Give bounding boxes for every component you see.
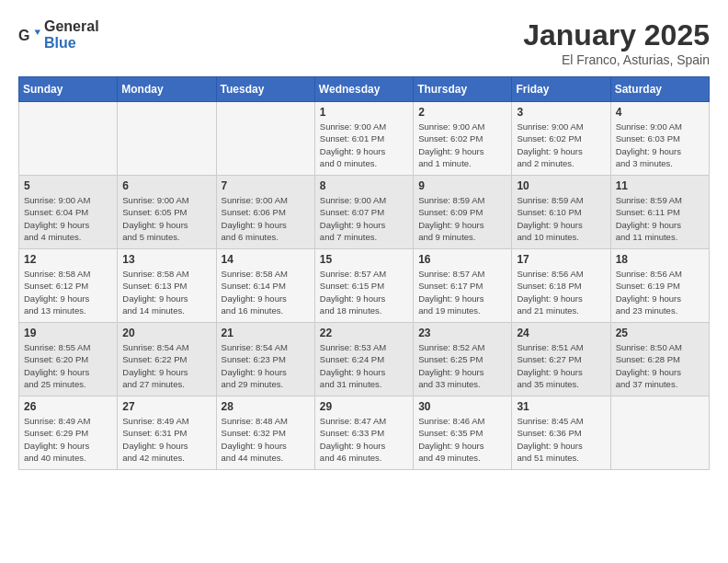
calendar-cell <box>610 396 709 470</box>
header-row: SundayMondayTuesdayWednesdayThursdayFrid… <box>19 77 710 102</box>
day-number: 8 <box>320 179 408 192</box>
calendar-week-row: 1Sunrise: 9:00 AM Sunset: 6:01 PM Daylig… <box>19 102 710 176</box>
calendar-header: SundayMondayTuesdayWednesdayThursdayFrid… <box>19 77 710 102</box>
day-info: Sunrise: 8:51 AM Sunset: 6:27 PM Dayligh… <box>517 341 605 390</box>
logo: G General Blue <box>18 18 99 51</box>
calendar-cell: 18Sunrise: 8:56 AM Sunset: 6:19 PM Dayli… <box>610 249 709 323</box>
day-info: Sunrise: 9:00 AM Sunset: 6:02 PM Dayligh… <box>418 121 506 169</box>
day-info: Sunrise: 8:58 AM Sunset: 6:13 PM Dayligh… <box>122 268 210 316</box>
svg-text:G: G <box>18 27 29 42</box>
calendar-cell <box>216 102 314 176</box>
calendar-cell: 6Sunrise: 9:00 AM Sunset: 6:05 PM Daylig… <box>118 176 216 249</box>
weekday-header: Friday <box>512 77 610 102</box>
day-number: 26 <box>24 400 112 413</box>
day-info: Sunrise: 8:53 AM Sunset: 6:24 PM Dayligh… <box>320 341 408 390</box>
logo-text: General Blue <box>44 18 99 51</box>
calendar-cell: 2Sunrise: 9:00 AM Sunset: 6:02 PM Daylig… <box>414 102 512 176</box>
day-number: 12 <box>24 253 112 266</box>
day-number: 13 <box>122 253 210 266</box>
calendar-cell: 8Sunrise: 9:00 AM Sunset: 6:07 PM Daylig… <box>314 176 413 249</box>
day-number: 10 <box>517 179 605 192</box>
calendar-cell: 4Sunrise: 9:00 AM Sunset: 6:03 PM Daylig… <box>610 102 709 176</box>
day-info: Sunrise: 8:52 AM Sunset: 6:25 PM Dayligh… <box>418 341 506 390</box>
day-info: Sunrise: 9:00 AM Sunset: 6:05 PM Dayligh… <box>122 194 210 243</box>
calendar-cell: 20Sunrise: 8:54 AM Sunset: 6:22 PM Dayli… <box>118 323 216 396</box>
day-info: Sunrise: 8:57 AM Sunset: 6:17 PM Dayligh… <box>418 268 506 316</box>
calendar-table: SundayMondayTuesdayWednesdayThursdayFrid… <box>18 76 710 470</box>
calendar-cell: 10Sunrise: 8:59 AM Sunset: 6:10 PM Dayli… <box>512 176 610 249</box>
weekday-header: Wednesday <box>314 77 413 102</box>
calendar-week-row: 26Sunrise: 8:49 AM Sunset: 6:29 PM Dayli… <box>19 396 710 470</box>
day-number: 6 <box>122 179 210 192</box>
calendar-cell: 19Sunrise: 8:55 AM Sunset: 6:20 PM Dayli… <box>19 323 118 396</box>
day-number: 14 <box>222 253 310 266</box>
day-number: 25 <box>616 327 704 339</box>
calendar-week-row: 12Sunrise: 8:58 AM Sunset: 6:12 PM Dayli… <box>19 249 710 323</box>
calendar-cell: 27Sunrise: 8:49 AM Sunset: 6:31 PM Dayli… <box>118 396 216 470</box>
day-number: 4 <box>616 106 704 119</box>
day-info: Sunrise: 8:58 AM Sunset: 6:12 PM Dayligh… <box>24 268 112 316</box>
day-number: 2 <box>418 106 506 119</box>
calendar-cell: 1Sunrise: 9:00 AM Sunset: 6:01 PM Daylig… <box>314 102 413 176</box>
day-info: Sunrise: 8:47 AM Sunset: 6:33 PM Dayligh… <box>320 415 408 464</box>
day-info: Sunrise: 9:00 AM Sunset: 6:06 PM Dayligh… <box>222 194 310 243</box>
calendar-week-row: 5Sunrise: 9:00 AM Sunset: 6:04 PM Daylig… <box>19 176 710 249</box>
day-number: 5 <box>24 179 112 192</box>
day-number: 28 <box>222 400 310 413</box>
month-title: January 2025 <box>523 18 710 52</box>
day-info: Sunrise: 8:45 AM Sunset: 6:36 PM Dayligh… <box>517 415 605 464</box>
title-section: January 2025 El Franco, Asturias, Spain <box>523 18 710 67</box>
day-info: Sunrise: 9:00 AM Sunset: 6:02 PM Dayligh… <box>517 121 605 169</box>
calendar-cell: 12Sunrise: 8:58 AM Sunset: 6:12 PM Dayli… <box>19 249 118 323</box>
weekday-header: Tuesday <box>216 77 314 102</box>
day-number: 9 <box>418 179 506 192</box>
calendar-cell: 9Sunrise: 8:59 AM Sunset: 6:09 PM Daylig… <box>414 176 512 249</box>
day-info: Sunrise: 8:54 AM Sunset: 6:23 PM Dayligh… <box>222 341 310 390</box>
day-number: 16 <box>418 253 506 266</box>
logo-blue: Blue <box>44 35 99 52</box>
day-info: Sunrise: 8:59 AM Sunset: 6:11 PM Dayligh… <box>616 194 704 243</box>
day-number: 20 <box>122 327 210 339</box>
day-number: 1 <box>320 106 408 119</box>
day-info: Sunrise: 8:49 AM Sunset: 6:29 PM Dayligh… <box>24 415 112 464</box>
day-info: Sunrise: 8:55 AM Sunset: 6:20 PM Dayligh… <box>24 341 112 390</box>
logo-icon: G <box>18 24 40 46</box>
logo-general: General <box>44 18 99 35</box>
day-number: 27 <box>122 400 210 413</box>
calendar-cell: 7Sunrise: 9:00 AM Sunset: 6:06 PM Daylig… <box>216 176 314 249</box>
day-number: 31 <box>517 400 605 413</box>
page-header: G General Blue January 2025 El Franco, A… <box>18 18 710 67</box>
calendar-cell: 5Sunrise: 9:00 AM Sunset: 6:04 PM Daylig… <box>19 176 118 249</box>
day-number: 17 <box>517 253 605 266</box>
calendar-cell: 15Sunrise: 8:57 AM Sunset: 6:15 PM Dayli… <box>314 249 413 323</box>
day-info: Sunrise: 9:00 AM Sunset: 6:03 PM Dayligh… <box>616 121 704 169</box>
day-info: Sunrise: 9:00 AM Sunset: 6:04 PM Dayligh… <box>24 194 112 243</box>
day-info: Sunrise: 8:59 AM Sunset: 6:10 PM Dayligh… <box>517 194 605 243</box>
day-number: 30 <box>418 400 506 413</box>
day-info: Sunrise: 8:54 AM Sunset: 6:22 PM Dayligh… <box>122 341 210 390</box>
calendar-cell: 26Sunrise: 8:49 AM Sunset: 6:29 PM Dayli… <box>19 396 118 470</box>
location: El Franco, Asturias, Spain <box>523 52 710 67</box>
calendar-cell: 25Sunrise: 8:50 AM Sunset: 6:28 PM Dayli… <box>610 323 709 396</box>
svg-marker-1 <box>35 29 40 35</box>
day-info: Sunrise: 8:46 AM Sunset: 6:35 PM Dayligh… <box>418 415 506 464</box>
calendar-cell: 28Sunrise: 8:48 AM Sunset: 6:32 PM Dayli… <box>216 396 314 470</box>
calendar-cell: 13Sunrise: 8:58 AM Sunset: 6:13 PM Dayli… <box>118 249 216 323</box>
calendar-cell <box>118 102 216 176</box>
calendar-week-row: 19Sunrise: 8:55 AM Sunset: 6:20 PM Dayli… <box>19 323 710 396</box>
day-number: 18 <box>616 253 704 266</box>
calendar-cell: 17Sunrise: 8:56 AM Sunset: 6:18 PM Dayli… <box>512 249 610 323</box>
calendar-cell: 29Sunrise: 8:47 AM Sunset: 6:33 PM Dayli… <box>314 396 413 470</box>
day-number: 29 <box>320 400 408 413</box>
calendar-cell: 16Sunrise: 8:57 AM Sunset: 6:17 PM Dayli… <box>414 249 512 323</box>
weekday-header: Saturday <box>610 77 709 102</box>
day-number: 23 <box>418 327 506 339</box>
day-number: 15 <box>320 253 408 266</box>
calendar-cell: 3Sunrise: 9:00 AM Sunset: 6:02 PM Daylig… <box>512 102 610 176</box>
day-number: 22 <box>320 327 408 339</box>
day-info: Sunrise: 8:56 AM Sunset: 6:18 PM Dayligh… <box>517 268 605 316</box>
weekday-header: Monday <box>118 77 216 102</box>
calendar-cell: 21Sunrise: 8:54 AM Sunset: 6:23 PM Dayli… <box>216 323 314 396</box>
day-number: 21 <box>222 327 310 339</box>
weekday-header: Thursday <box>414 77 512 102</box>
